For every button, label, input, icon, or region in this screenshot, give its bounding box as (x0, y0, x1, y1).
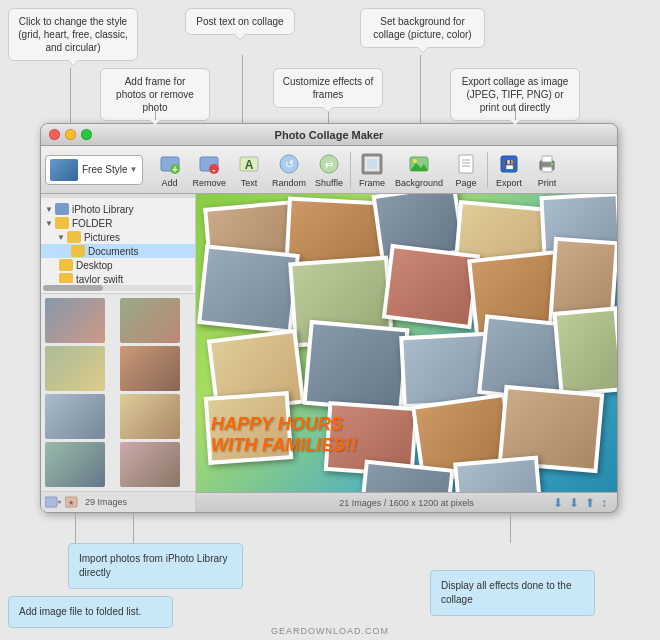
shuffle-label: Shuffle (315, 178, 343, 188)
toolbar-remove[interactable]: - Remove (193, 151, 227, 188)
tree-arrow-iphoto: ▼ (45, 205, 53, 214)
add-file-icon[interactable] (45, 496, 61, 508)
svg-rect-17 (459, 155, 473, 173)
documents-label: Documents (88, 246, 139, 257)
app-window: Photo Collage Maker Free Style ▼ + Add (40, 123, 618, 513)
connector-style (70, 68, 71, 123)
toolbar-background[interactable]: Background (395, 151, 443, 188)
minimize-button[interactable] (65, 129, 76, 140)
photo-12[interactable] (302, 320, 409, 413)
tree-arrow-folder: ▼ (45, 219, 53, 228)
style-selector[interactable]: Free Style ▼ (45, 155, 143, 185)
svg-rect-25 (542, 167, 552, 172)
window-title: Photo Collage Maker (275, 129, 384, 141)
import-tooltip-box: Import photos from iPhoto Library direct… (68, 543, 243, 589)
add-label: Add (161, 178, 177, 188)
sidebar-tree[interactable]: ▼ iPhoto Library ▼ FOLDER ▼ Pictures (41, 198, 195, 283)
sidebar-item-documents[interactable]: Documents (41, 244, 195, 258)
sidebar-scrollbar-thumb[interactable] (43, 285, 103, 291)
toolbar-divider-2 (487, 152, 488, 188)
download-icon[interactable]: ⬇ (553, 496, 563, 510)
background-tooltip-text: Set background for collage (picture, col… (373, 16, 471, 40)
style-tooltip-bubble: Click to change the style (grid, heart, … (8, 8, 138, 61)
sidebar-item-desktop[interactable]: Desktop (41, 258, 195, 272)
thumbnail-4[interactable] (120, 346, 180, 391)
toolbar-page[interactable]: Page (451, 151, 481, 188)
save-status-icon[interactable]: ⬇ (569, 496, 579, 510)
print-icon (534, 151, 560, 177)
print-label: Print (538, 178, 557, 188)
display-effects-tooltip-text: Display all effects done to the collage (441, 580, 571, 605)
collage-canvas[interactable]: HAPPY HOURS WITH FAMILIES!! 21 Images / … (196, 194, 617, 512)
sidebar: ▼ iPhoto Library ▼ FOLDER ▼ Pictures (41, 194, 196, 512)
page-icon (453, 151, 479, 177)
svg-text:-: - (213, 164, 216, 175)
share-icon[interactable]: ⬆ (585, 496, 595, 510)
sidebar-bottom: ★ 29 Images (41, 491, 195, 512)
sidebar-item-taylor1[interactable]: taylor swift (41, 272, 195, 283)
desktop-icon (59, 259, 73, 271)
svg-point-15 (413, 159, 417, 163)
toolbar-print[interactable]: Print (532, 151, 562, 188)
watermark: GEARDOWNLOAD.COM (271, 626, 389, 636)
toolbar-random[interactable]: ↺ Random (272, 151, 306, 188)
connector-background (420, 55, 421, 123)
toolbar-shuffle[interactable]: ⇄ Shuffle (314, 151, 344, 188)
post-text-tooltip-text: Post text on collage (196, 16, 283, 27)
svg-rect-13 (367, 159, 377, 169)
add-file-tooltip-box: Add image file to folded list. (8, 596, 173, 628)
thumbnail-5[interactable] (45, 394, 105, 439)
export-icon: 💾 (496, 151, 522, 177)
tree-arrow-pictures: ▼ (57, 233, 65, 242)
collage-text-line2: WITH FAMILIES!! (211, 435, 357, 457)
window-controls (49, 129, 92, 140)
connector-display (510, 513, 511, 543)
svg-rect-24 (542, 156, 552, 162)
svg-text:+: + (172, 164, 178, 175)
close-button[interactable] (49, 129, 60, 140)
effects-view-icon[interactable]: ★ (65, 496, 81, 508)
sidebar-item-iphoto[interactable]: ▼ iPhoto Library (41, 202, 195, 216)
taylor1-icon (59, 273, 73, 283)
random-icon: ↺ (276, 151, 302, 177)
style-thumbnail (50, 159, 78, 181)
frame-icon (359, 151, 385, 177)
thumbnail-3[interactable] (45, 346, 105, 391)
maximize-button[interactable] (81, 129, 92, 140)
thumbnail-8[interactable] (120, 442, 180, 487)
documents-icon (71, 245, 85, 257)
background-tooltip-bubble: Set background for collage (picture, col… (360, 8, 485, 48)
display-effects-tooltip-box: Display all effects done to the collage (430, 570, 595, 616)
frame-label: Frame (359, 178, 385, 188)
photo-15[interactable] (552, 306, 617, 396)
svg-point-26 (551, 163, 554, 166)
remove-label: Remove (193, 178, 227, 188)
toolbar-add[interactable]: + Add (155, 151, 185, 188)
main-content: ▼ iPhoto Library ▼ FOLDER ▼ Pictures (41, 194, 617, 512)
status-bar: 21 Images / 1600 x 1200 at pixels ⬇ ⬇ ⬆ … (196, 492, 617, 512)
background-icon (406, 151, 432, 177)
thumbnail-6[interactable] (120, 394, 180, 439)
photo-8[interactable] (382, 244, 480, 329)
toolbar-text[interactable]: A Text (234, 151, 264, 188)
shuffle-icon: ⇄ (316, 151, 342, 177)
toolbar-divider-1 (350, 152, 351, 188)
sidebar-item-folder[interactable]: ▼ FOLDER (41, 216, 195, 230)
toolbar-frame[interactable]: Frame (357, 151, 387, 188)
photo-6[interactable] (197, 244, 300, 333)
info-icon[interactable]: ↕ (601, 496, 607, 510)
thumbnail-2[interactable] (120, 298, 180, 343)
background-label: Background (395, 178, 443, 188)
pictures-label: Pictures (84, 232, 120, 243)
toolbar: Free Style ▼ + Add - Remove (41, 146, 617, 194)
image-count: 29 Images (85, 497, 127, 507)
export-label: Export (496, 178, 522, 188)
page-label: Page (456, 178, 477, 188)
desktop-label: Desktop (76, 260, 113, 271)
thumbnail-1[interactable] (45, 298, 105, 343)
toolbar-export[interactable]: 💾 Export (494, 151, 524, 188)
sidebar-item-pictures[interactable]: ▼ Pictures (41, 230, 195, 244)
svg-rect-27 (45, 497, 57, 507)
thumbnail-7[interactable] (45, 442, 105, 487)
svg-text:⇄: ⇄ (325, 159, 333, 170)
